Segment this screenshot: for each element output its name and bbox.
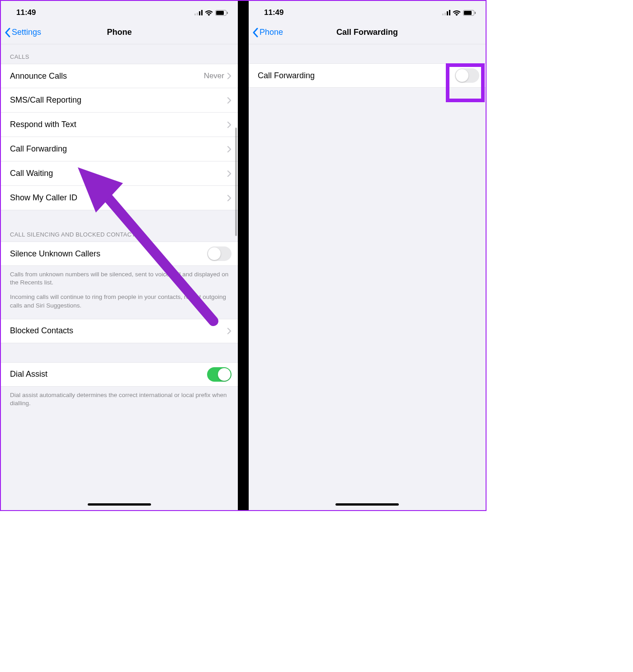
status-icons xyxy=(194,10,228,16)
status-bar: 11:49 xyxy=(1,1,238,21)
svg-rect-3 xyxy=(201,10,203,15)
back-label: Settings xyxy=(12,28,41,37)
battery-icon xyxy=(463,10,476,16)
chevron-right-icon xyxy=(227,327,231,335)
nav-bar: Settings Phone xyxy=(1,21,238,44)
row-label: Respond with Text xyxy=(10,120,76,129)
row-dial-assist[interactable]: Dial Assist xyxy=(1,362,238,387)
svg-rect-14 xyxy=(464,11,472,15)
row-label: Show My Caller ID xyxy=(10,193,77,203)
row-announce-calls[interactable]: Announce Calls Never xyxy=(1,64,238,88)
status-bar: 11:49 xyxy=(249,1,486,21)
battery-icon xyxy=(215,10,228,16)
row-respond-with-text[interactable]: Respond with Text xyxy=(1,113,238,137)
group-footer-silence-1: Calls from unknown numbers will be silen… xyxy=(1,266,238,287)
cellular-signal-icon xyxy=(194,10,203,15)
row-sms-call-reporting[interactable]: SMS/Call Reporting xyxy=(1,88,238,113)
chevron-right-icon xyxy=(227,170,231,177)
chevron-right-icon xyxy=(227,194,231,202)
chevron-right-icon xyxy=(227,146,231,153)
row-label: Announce Calls xyxy=(10,71,67,81)
toggle-dial-assist[interactable] xyxy=(207,367,231,382)
chevron-right-icon xyxy=(227,72,231,80)
row-label: Call Forwarding xyxy=(10,144,67,154)
svg-rect-12 xyxy=(449,10,450,15)
home-indicator[interactable] xyxy=(335,503,399,506)
row-call-forwarding[interactable]: Call Forwarding xyxy=(1,137,238,161)
call-forwarding-screen: 11:49 Phone Call Forwarding Call Forward… xyxy=(249,1,486,510)
row-blocked-contacts[interactable]: Blocked Contacts xyxy=(1,319,238,343)
nav-bar: Phone Call Forwarding xyxy=(249,21,486,44)
svg-rect-15 xyxy=(475,12,476,14)
back-label: Phone xyxy=(260,28,283,37)
svg-rect-10 xyxy=(444,13,446,15)
row-silence-unknown-callers[interactable]: Silence Unknown Callers xyxy=(1,241,238,266)
wifi-icon xyxy=(453,10,461,16)
chevron-right-icon xyxy=(227,121,231,128)
group-header-calls: CALLS xyxy=(1,44,238,64)
svg-rect-11 xyxy=(447,11,448,15)
wifi-icon xyxy=(205,10,213,16)
scrollbar[interactable] xyxy=(235,128,237,236)
chevron-left-icon xyxy=(252,28,259,38)
svg-rect-1 xyxy=(197,13,198,15)
row-value: Never xyxy=(204,71,227,80)
phone-settings-screen: 11:49 Settings Phone CALLS Announce Call… xyxy=(1,1,238,510)
group-header-silencing: CALL SILENCING AND BLOCKED CONTACTS xyxy=(1,210,238,241)
group-footer-silence-2: Incoming calls will continue to ring fro… xyxy=(1,287,238,314)
nav-title: Call Forwarding xyxy=(249,28,486,37)
chevron-right-icon xyxy=(227,97,231,104)
row-label: SMS/Call Reporting xyxy=(10,95,81,105)
row-label: Silence Unknown Callers xyxy=(10,249,100,259)
status-time: 11:49 xyxy=(16,8,36,17)
svg-rect-2 xyxy=(199,11,200,15)
toggle-silence-unknown[interactable] xyxy=(207,246,231,261)
group-footer-dial-assist: Dial assist automatically determines the… xyxy=(1,387,238,407)
annotation-highlight xyxy=(446,63,485,102)
row-show-my-caller-id[interactable]: Show My Caller ID xyxy=(1,186,238,210)
back-button[interactable]: Phone xyxy=(252,28,283,38)
svg-rect-5 xyxy=(216,11,224,15)
row-call-waiting[interactable]: Call Waiting xyxy=(1,161,238,186)
svg-rect-0 xyxy=(194,14,196,15)
cellular-signal-icon xyxy=(442,10,450,15)
chevron-left-icon xyxy=(5,28,11,38)
back-button[interactable]: Settings xyxy=(5,28,41,38)
row-label: Call Waiting xyxy=(10,169,53,178)
svg-rect-9 xyxy=(442,14,444,15)
home-indicator[interactable] xyxy=(88,503,151,506)
row-label: Blocked Contacts xyxy=(10,326,73,336)
svg-rect-6 xyxy=(227,12,228,14)
status-icons xyxy=(442,10,476,16)
row-label: Call Forwarding xyxy=(258,71,315,80)
status-time: 11:49 xyxy=(264,8,283,17)
row-label: Dial Assist xyxy=(10,369,47,379)
